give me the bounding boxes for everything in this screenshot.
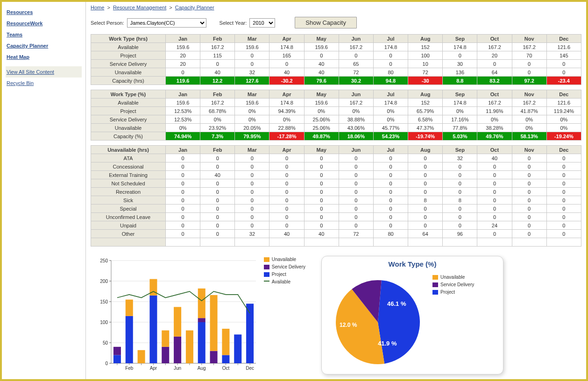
pie-chart-title: Work Type (%): [326, 260, 498, 271]
svg-rect-34: [198, 289, 205, 318]
nav-view-all-site-content[interactable]: View All Site Content: [6, 66, 82, 78]
svg-rect-23: [126, 300, 133, 316]
svg-text:150: 150: [100, 299, 108, 304]
breadcrumb-capacity-planner[interactable]: Capacity Planner: [175, 5, 214, 10]
legend-swatch-unavailable: [264, 257, 269, 262]
svg-rect-32: [198, 322, 205, 363]
svg-rect-35: [210, 351, 218, 363]
nav-heat-map[interactable]: Heat Map: [6, 51, 82, 63]
legend-label-service-delivery: Service Delivery: [440, 282, 474, 288]
svg-rect-39: [234, 334, 241, 363]
nav-teams[interactable]: Teams: [6, 29, 82, 40]
svg-text:Oct: Oct: [222, 366, 230, 371]
svg-text:12.0 %: 12.0 %: [340, 322, 357, 328]
svg-rect-33: [198, 318, 205, 322]
svg-rect-24: [138, 350, 145, 363]
legend-label-unavailable: Unavailable: [272, 256, 296, 263]
legend-label-unavailable: Unavailable: [440, 274, 465, 281]
breadcrumb: Home > Resource Management > Capacity Pl…: [91, 4, 581, 15]
table-work-type-hrs: Work Type (hrs)JanFebMarAprMayJunJulAugS…: [91, 34, 581, 85]
legend-swatch-service-delivery: [264, 265, 269, 269]
table-work-type-pct: Work Type (%)JanFebMarAprMayJunJulAugSep…: [91, 90, 581, 141]
nav-resources[interactable]: Resources: [6, 7, 82, 18]
svg-text:46.1 %: 46.1 %: [387, 300, 406, 307]
svg-rect-37: [222, 355, 229, 363]
breadcrumb-resource-management[interactable]: Resource Management: [113, 5, 166, 10]
legend-swatch-project: [432, 290, 438, 295]
svg-rect-27: [162, 347, 169, 363]
svg-rect-29: [174, 337, 181, 363]
svg-rect-20: [113, 355, 121, 363]
breadcrumb-home[interactable]: Home: [91, 5, 104, 10]
svg-text:Jun: Jun: [174, 366, 181, 371]
sidebar: Resources ResourceWork Teams Capacity Pl…: [2, 2, 86, 379]
legend-swatch-available: [264, 281, 269, 285]
nav-recycle-bin[interactable]: Recycle Bin: [6, 78, 82, 89]
pie-chart-legend: Unavailable Service Delivery Project: [432, 274, 474, 296]
select-person-label: Select Person:: [91, 20, 124, 26]
svg-text:100: 100: [100, 320, 108, 325]
legend-label-project: Project: [272, 271, 286, 278]
svg-text:250: 250: [100, 258, 108, 263]
nav-capacity-planner[interactable]: Capacity Planner: [6, 40, 82, 51]
main-content: Home > Resource Management > Capacity Pl…: [86, 2, 586, 379]
legend-swatch-unavailable: [432, 275, 438, 280]
svg-text:200: 200: [100, 279, 108, 284]
legend-label-project: Project: [440, 289, 455, 296]
nav-resourcework[interactable]: ResourceWork: [6, 18, 82, 29]
legend-label-available: Available: [272, 279, 290, 285]
svg-text:Dec: Dec: [246, 366, 254, 371]
select-person[interactable]: James.Clayton(CC): [127, 18, 206, 28]
select-year-label: Select Year:: [220, 20, 247, 26]
svg-rect-30: [174, 307, 181, 336]
bar-chart-legend: Unavailable Service Delivery Project Ava…: [264, 256, 305, 286]
legend-label-service-delivery: Service Delivery: [272, 264, 305, 270]
legend-swatch-service-delivery: [432, 282, 438, 287]
svg-text:Apr: Apr: [150, 366, 157, 371]
bar-chart-panel: 050100150200250FebAprJunAugOctDec Unavai…: [92, 256, 307, 378]
svg-text:0: 0: [105, 361, 108, 366]
show-capacity-button[interactable]: Show Capacity: [295, 17, 357, 28]
filter-bar: Select Person: James.Clayton(CC) Select …: [91, 15, 581, 34]
svg-rect-38: [222, 329, 229, 355]
svg-rect-21: [113, 347, 121, 355]
svg-text:50: 50: [103, 340, 108, 346]
select-year[interactable]: 2010: [249, 18, 275, 28]
svg-text:41.9 %: 41.9 %: [378, 340, 397, 347]
svg-text:Feb: Feb: [125, 366, 134, 371]
svg-rect-31: [186, 331, 193, 363]
svg-rect-36: [210, 295, 218, 351]
legend-swatch-project: [264, 272, 269, 277]
svg-rect-22: [126, 316, 133, 363]
pie-chart-panel: Work Type (%) 46.1 %41.9 %12.0 % Unavail…: [321, 256, 503, 378]
table-unavailable-hrs: Unavailable (hrs)JanFebMarAprMayJunJulAu…: [91, 145, 581, 247]
svg-rect-25: [149, 296, 157, 363]
svg-rect-28: [162, 331, 169, 347]
svg-text:Aug: Aug: [198, 366, 206, 371]
